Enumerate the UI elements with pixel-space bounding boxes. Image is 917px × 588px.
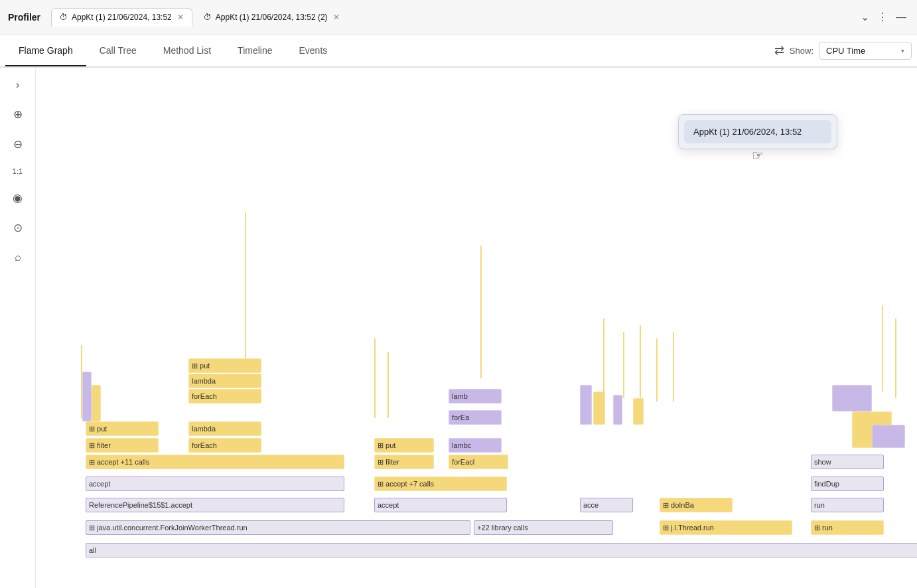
tab-1-icon: ⏱: [60, 13, 68, 22]
search-button[interactable]: ⌕: [12, 248, 24, 267]
tab-1-label: AppKt (1) 21/06/2024, 13:52: [72, 13, 172, 22]
flame-accent-2: [613, 395, 622, 425]
flame-spike: [388, 352, 389, 418]
flame-block-b13[interactable]: all: [86, 543, 917, 557]
flame-block-b3[interactable]: forEach: [188, 389, 261, 404]
flame-spike: [882, 305, 883, 392]
flame-block-b5[interactable]: lambda: [188, 421, 261, 436]
flame-accent-3: [633, 398, 644, 425]
dropdown-menu: AppKt (1) 21/06/2024, 13:52 ☞: [678, 114, 837, 149]
flame-block-b2[interactable]: lambda: [188, 374, 261, 388]
flame-accent-6: [872, 425, 905, 448]
flame-block-b22[interactable]: acce: [580, 498, 633, 512]
show-select[interactable]: CPU Time ▾: [819, 42, 912, 60]
flame-spike: [623, 332, 624, 398]
flame-block-b20[interactable]: ⊞ accept +7 calls: [374, 477, 507, 491]
tab-timeline[interactable]: Timeline: [224, 36, 285, 66]
flame-block-b1[interactable]: ⊞ put: [188, 358, 261, 373]
flame-block-b26[interactable]: run: [811, 498, 884, 512]
fit-button[interactable]: 1:1: [10, 165, 25, 178]
flame-block-b27[interactable]: ⊞ j.l.Thread.run: [660, 520, 792, 535]
tab-1-close[interactable]: ✕: [177, 13, 184, 22]
flame-block-b10[interactable]: ReferencePipeline$15$1.accept: [86, 498, 344, 512]
tab-1[interactable]: ⏱ AppKt (1) 21/06/2024, 13:52 ✕: [51, 8, 192, 27]
tab-2-close[interactable]: ✕: [333, 13, 340, 22]
tab-flame-graph[interactable]: Flame Graph: [5, 36, 86, 66]
expand-button[interactable]: ›: [13, 76, 23, 94]
flame-block-b15[interactable]: forEa: [449, 410, 502, 425]
flame-spike: [895, 319, 896, 398]
flame-block-b11[interactable]: ⊞ java.util.concurrent.ForkJoinWorkerThr…: [86, 520, 470, 535]
tab-events[interactable]: Events: [286, 36, 341, 66]
tab-2-icon: ⏱: [204, 13, 212, 22]
flame-spike: [656, 338, 658, 402]
app-name: Profiler: [8, 12, 40, 23]
camera-button[interactable]: ⊙: [11, 218, 25, 238]
flame-accent-8: [92, 385, 101, 421]
zoom-out-button[interactable]: ⊖: [11, 135, 25, 154]
flame-block-b16[interactable]: ⊞ put: [374, 438, 434, 453]
tab-call-tree[interactable]: Call Tree: [86, 36, 150, 66]
nav-bar: Flame Graph Call Tree Method List Timeli…: [0, 35, 917, 68]
show-label: Show:: [790, 46, 813, 56]
flame-spike: [603, 319, 604, 392]
swap-button[interactable]: ⇄: [774, 43, 784, 58]
flame-block-b12[interactable]: +22 library calls: [474, 520, 613, 535]
tab-timeline-label: Timeline: [238, 45, 272, 56]
flame-block-b17[interactable]: lambc: [449, 438, 502, 453]
chevron-down-btn[interactable]: ⌄: [858, 8, 872, 26]
dropdown-item-1[interactable]: AppKt (1) 21/06/2024, 13:52: [684, 120, 831, 143]
tab-call-tree-label: Call Tree: [100, 45, 137, 56]
tab-2[interactable]: ⏱ AppKt (1) 21/06/2024, 13:52 (2) ✕: [195, 8, 348, 27]
chevron-down-icon: ▾: [901, 47, 904, 54]
flame-spike: [673, 332, 674, 402]
flame-accent-0: [580, 385, 592, 425]
flame-block-b25[interactable]: findDup: [811, 477, 884, 491]
flame-spike: [480, 246, 482, 378]
flame-accent-7: [82, 372, 92, 421]
tab-2-label: AppKt (1) 21/06/2024, 13:52 (2): [216, 13, 328, 22]
flame-accent-1: [593, 392, 605, 425]
tab-events-label: Events: [299, 45, 328, 56]
eye-button[interactable]: ◉: [10, 188, 25, 208]
flame-block-b7[interactable]: forEach: [188, 438, 261, 453]
flame-spike: [245, 212, 246, 358]
minimize-btn[interactable]: —: [893, 9, 909, 26]
cursor-icon: ☞: [752, 147, 764, 163]
flame-block-b23[interactable]: ⊞ doInBa: [660, 498, 733, 512]
flame-block-b28[interactable]: ⊞ run: [811, 520, 884, 535]
flame-block-b18[interactable]: ⊞ filter: [374, 455, 434, 469]
left-toolbar: › ⊕ ⊖ 1:1 ◉ ⊙ ⌕: [0, 68, 36, 588]
zoom-in-button[interactable]: ⊕: [11, 105, 25, 124]
flame-spike: [640, 325, 641, 398]
flame-block-b24[interactable]: show: [811, 455, 884, 469]
dropdown-item-1-label: AppKt (1) 21/06/2024, 13:52: [693, 127, 802, 137]
title-bar: Profiler ⏱ AppKt (1) 21/06/2024, 13:52 ✕…: [0, 0, 917, 35]
flame-block-b21[interactable]: accept: [374, 498, 507, 512]
show-value: CPU Time: [826, 46, 865, 56]
flame-block-b4[interactable]: ⊞ put: [86, 421, 159, 436]
flame-block-b9[interactable]: accept: [86, 477, 344, 491]
flame-block-b14[interactable]: lamb: [449, 389, 502, 404]
flame-block-b8[interactable]: ⊞ accept +11 calls: [86, 455, 344, 469]
flame-spike: [374, 338, 376, 418]
tab-method-list-label: Method List: [163, 45, 211, 56]
flame-block-b19[interactable]: forEacl: [449, 455, 508, 469]
flame-accent-4: [832, 385, 872, 411]
more-options-btn[interactable]: ⋮: [875, 8, 890, 26]
nav-right: ⇄ Show: CPU Time ▾: [774, 42, 912, 60]
flame-block-b6[interactable]: ⊞ filter: [86, 438, 159, 453]
tab-method-list[interactable]: Method List: [150, 36, 224, 66]
tab-flame-graph-label: Flame Graph: [19, 45, 73, 56]
